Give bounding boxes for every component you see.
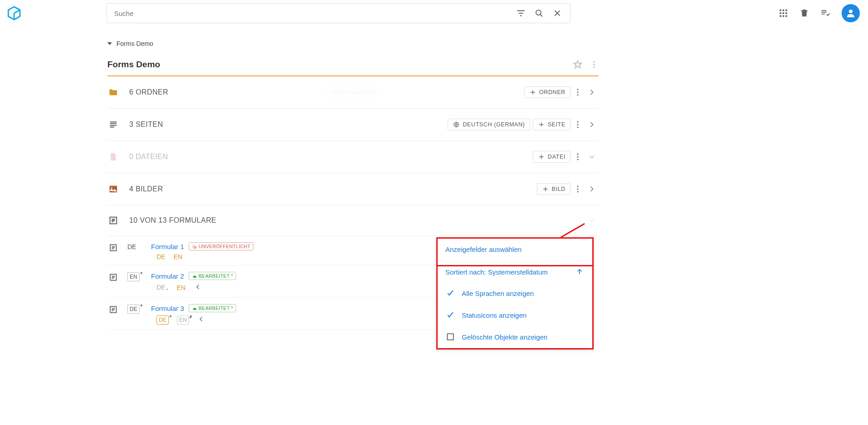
svg-rect-5 [782, 12, 784, 14]
svg-rect-7 [780, 15, 782, 17]
svg-rect-1 [780, 10, 782, 11]
svg-rect-8 [782, 15, 784, 17]
svg-point-0 [536, 10, 541, 15]
playlist-check-icon[interactable] [816, 4, 834, 22]
filter-icon[interactable] [512, 4, 530, 22]
app-logo [6, 5, 22, 21]
apps-icon[interactable] [774, 4, 792, 22]
close-icon[interactable] [548, 4, 566, 22]
svg-rect-4 [780, 12, 782, 14]
top-right-actions [774, 4, 860, 22]
topbar [0, 0, 868, 26]
svg-rect-6 [786, 12, 787, 14]
search-bar [106, 3, 570, 23]
search-input[interactable] [111, 10, 512, 17]
svg-point-10 [849, 10, 853, 13]
trash-icon[interactable] [795, 4, 813, 22]
search-icon[interactable] [530, 4, 548, 22]
svg-rect-9 [786, 15, 787, 17]
svg-rect-3 [786, 10, 787, 11]
avatar[interactable] [842, 4, 860, 22]
svg-rect-2 [782, 10, 784, 11]
